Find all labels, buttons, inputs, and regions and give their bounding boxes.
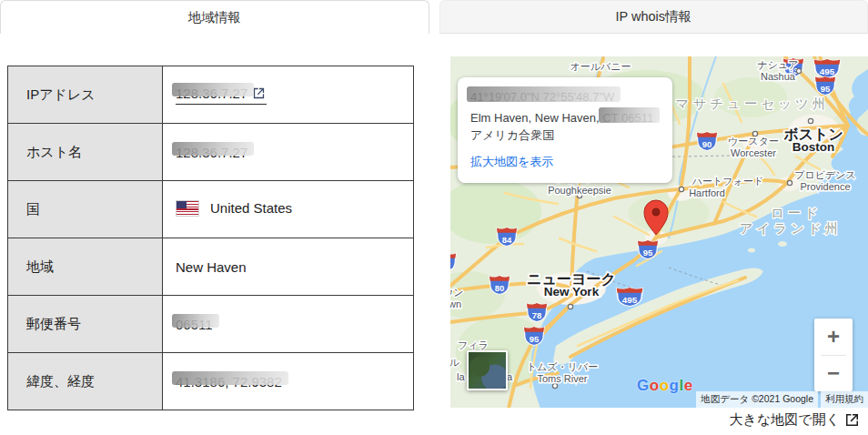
map-label: la xyxy=(457,371,465,382)
tab-ip-whois[interactable]: IP whois情報 xyxy=(439,0,868,34)
svg-text:495: 495 xyxy=(820,66,835,76)
map-label: ロード xyxy=(771,206,822,220)
interstate-shield-78: 78 xyxy=(527,303,547,322)
us-flag-icon xyxy=(176,200,199,217)
info-window-coordinates: 41°19'07.0"N 72°55'48.7"W xyxy=(470,89,614,106)
svg-text:90: 90 xyxy=(702,139,712,149)
interstate-shield-95: 95 xyxy=(638,240,658,259)
interstate-shield-84: 84 xyxy=(497,228,517,247)
map-label: Poughkeepsie xyxy=(548,185,611,196)
row-label-latlng: 緯度、経度 xyxy=(8,353,163,410)
open-large-map-link[interactable]: 大きな地図で開く xyxy=(730,411,859,429)
info-window-address: Elm Haven, New Haven, CT 06511 アメリカ合衆国 xyxy=(470,110,660,145)
table-row: ホスト名 128.36.7.27 xyxy=(8,124,414,181)
city-dot xyxy=(568,304,572,309)
map-data-copyright: 地図データ ©2021 Google xyxy=(696,391,818,408)
map-label: own xyxy=(450,298,461,309)
map-label: ナシュア xyxy=(757,59,798,70)
zipcode-value: 06511 xyxy=(176,317,213,332)
map-label: Worcester xyxy=(731,147,776,158)
tab-region-info[interactable]: 地域情報 xyxy=(0,0,429,34)
city-dot xyxy=(787,180,792,185)
city-dot xyxy=(552,383,557,388)
svg-text:84: 84 xyxy=(502,235,512,245)
map-label: ウースター xyxy=(728,136,779,147)
city-dot xyxy=(808,118,812,123)
table-row: 地域 New Haven xyxy=(8,238,414,296)
open-in-new-icon xyxy=(845,413,859,427)
map-label: トムズ・リバー xyxy=(527,361,598,372)
map-label: プロビデンス xyxy=(794,169,856,180)
row-label-zipcode: 郵便番号 xyxy=(8,296,163,353)
interstate-shield-495: 495 xyxy=(814,59,841,78)
map-label: ハートフォード xyxy=(691,176,763,187)
hostname-value: 128.36.7.27 xyxy=(176,145,247,160)
map-attribution: 地図データ ©2021 Google 利用規約 xyxy=(696,391,868,408)
info-window-address-redacted: CT 06511 xyxy=(602,110,653,127)
google-logo-letter: o xyxy=(660,377,670,394)
map-label: Nashua xyxy=(761,71,796,82)
map-label: a xyxy=(507,371,513,382)
table-row: 郵便番号 06511 xyxy=(8,296,414,353)
google-logo-letter: e xyxy=(684,377,693,394)
google-logo-letter: G xyxy=(637,377,650,394)
ip-address-link[interactable]: 128.36.7.27 xyxy=(176,86,267,105)
zoom-out-button[interactable]: − xyxy=(814,356,853,392)
row-label-region: 地域 xyxy=(8,238,163,296)
map-label: New York xyxy=(544,285,600,298)
google-logo[interactable]: Google xyxy=(637,377,693,395)
region-value: New Haven xyxy=(176,259,247,275)
row-label-ip: IPアドレス xyxy=(8,66,163,124)
interstate-shield-80: 80 xyxy=(490,276,510,295)
interstate-shield-95: 95 xyxy=(524,327,544,346)
svg-text:80: 80 xyxy=(495,283,505,293)
svg-text:78: 78 xyxy=(532,310,542,320)
city-dot xyxy=(679,187,683,191)
view-larger-map-link[interactable]: 拡大地図を表示 xyxy=(470,154,553,171)
ip-address-value: 128.36.7.27 xyxy=(176,86,247,101)
external-link-icon[interactable] xyxy=(253,87,265,99)
country-value: United States xyxy=(210,200,292,216)
google-map-embed[interactable]: 909349595849580784959587 オールバニーナシュアNashu… xyxy=(450,56,868,408)
google-logo-letter: g xyxy=(670,377,680,394)
interstate-shield-90: 90 xyxy=(697,132,717,151)
geo-info-table: IPアドレス 128.36.7.27 ホスト名 128.36.7.27 国 Un… xyxy=(7,66,414,410)
map-label: アイランド州 xyxy=(740,221,843,236)
table-row: 国 United States xyxy=(8,181,414,238)
satellite-view-thumbnail[interactable] xyxy=(467,350,508,390)
row-label-country: 国 xyxy=(8,181,163,238)
map-label: ウン xyxy=(450,287,464,298)
latlng-value: 41.3186, 72.9382 xyxy=(176,374,282,389)
open-large-map-label: 大きな地図で開く xyxy=(730,411,840,429)
interstate-shield-495: 495 xyxy=(617,288,643,307)
table-row: 緯度、経度 41.3186, 72.9382 xyxy=(8,353,414,410)
map-label: マサチューセッツ州 xyxy=(676,96,830,111)
map-label: フィラ xyxy=(458,339,489,350)
map-label: Providence xyxy=(800,181,850,192)
google-logo-letter: o xyxy=(650,377,660,394)
table-row: IPアドレス 128.36.7.27 xyxy=(8,66,414,124)
zoom-in-button[interactable]: + xyxy=(814,319,853,355)
map-label: ル xyxy=(450,357,459,368)
map-info-window: 41°19'07.0"N 72°55'48.7"W Elm Haven, New… xyxy=(458,77,672,183)
svg-text:495: 495 xyxy=(622,295,638,305)
map-label: Hartford xyxy=(689,187,725,198)
tab-bar: 地域情報 IP whois情報 xyxy=(0,0,868,34)
svg-text:95: 95 xyxy=(530,334,540,344)
map-label: Boston xyxy=(792,140,835,154)
map-zoom-control: + − xyxy=(814,319,853,391)
interstate-shield-95: 95 xyxy=(815,76,835,96)
row-label-hostname: ホスト名 xyxy=(8,124,163,181)
terms-of-use-link[interactable]: 利用規約 xyxy=(821,391,868,408)
svg-text:95: 95 xyxy=(821,84,831,94)
map-label: オールバニー xyxy=(570,61,631,72)
svg-text:95: 95 xyxy=(643,248,653,258)
map-label: Toms River xyxy=(537,373,587,384)
